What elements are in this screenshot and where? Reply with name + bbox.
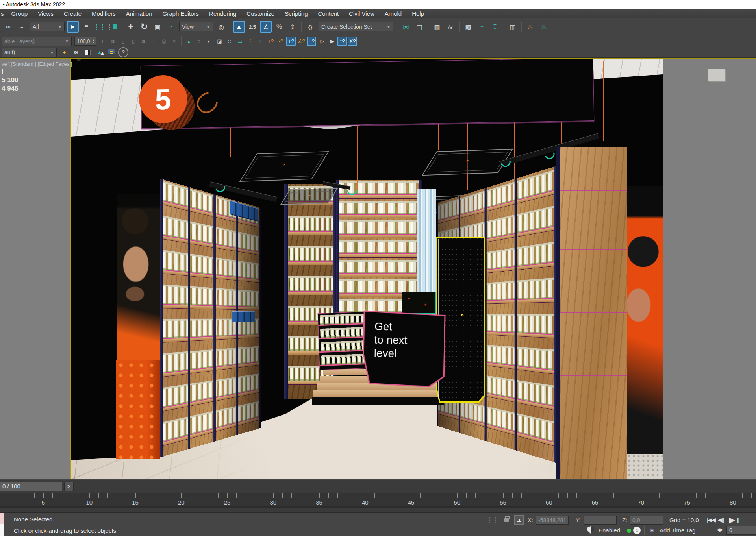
menu-s[interactable]: s [0, 10, 6, 17]
select-and-move-button[interactable]: + [125, 21, 137, 33]
rectangular-selection-region-button[interactable] [94, 21, 106, 33]
play-button[interactable]: ▶ [729, 515, 734, 525]
selection-region-icon[interactable] [489, 517, 496, 523]
layer-explorer-button[interactable]: ≋ [445, 21, 456, 33]
dope-sheet-button[interactable]: ↧ [489, 21, 501, 33]
snaps-toggle-button[interactable]: ▲ [233, 21, 245, 33]
prev-frame-button[interactable]: ◀|| [718, 517, 724, 523]
enabled-status-dot[interactable] [627, 529, 631, 533]
angle-snap-button[interactable]: ∠ [260, 21, 272, 33]
dotted-circle-icon[interactable]: ◌ [194, 37, 204, 46]
select-and-link-icon[interactable]: ∞ [2, 21, 14, 33]
pivot-surface-icon[interactable]: ▴ [184, 37, 193, 46]
render-safe-frame[interactable]: 5 [71, 59, 663, 479]
layers-list-dropdown[interactable]: able Layers)▼ [2, 37, 72, 46]
curve-editor-button[interactable]: ~ [476, 21, 487, 33]
next-frame-button[interactable]: > [64, 482, 74, 491]
enabled-count-badge[interactable]: 1 [633, 527, 641, 534]
select-object-button[interactable]: ► [67, 21, 79, 33]
menu-help[interactable]: Help [407, 10, 429, 17]
percent-snap-button[interactable]: % [273, 21, 285, 33]
reference-coordinate-dropdown[interactable]: View▼ [179, 22, 213, 31]
snaps-25d-button[interactable]: 2.5 [246, 21, 258, 33]
menu-group[interactable]: Group [6, 10, 33, 17]
pick-align-button[interactable]: =? [307, 37, 316, 46]
pick-plus-button[interactable]: +? [286, 37, 296, 46]
layer-select-icon[interactable]: ▯ [128, 37, 138, 46]
use-pivot-point-button[interactable]: ◎ [215, 21, 227, 33]
selection-lock-icon[interactable] [504, 518, 509, 522]
layer-freeze-icon[interactable]: ◎ [159, 37, 169, 46]
y-coordinate-field[interactable] [584, 516, 617, 525]
bind-to-spacewarp-icon[interactable]: ≈ [16, 21, 28, 33]
pick-angle-icon[interactable]: ∠? [296, 37, 306, 46]
mirror-button[interactable]: ⋈ [400, 21, 412, 33]
z-coordinate-field[interactable]: 0,0 [630, 516, 663, 525]
dots-grid-icon[interactable]: ∷ [225, 37, 234, 46]
render-frame-window-button[interactable]: ♨ [538, 21, 550, 33]
render-setup-button[interactable]: ♨ [524, 21, 536, 33]
align-button[interactable]: ▤ [413, 21, 425, 33]
menu-graph-editors[interactable]: Graph Editors [158, 10, 204, 17]
maxscript-mini-listener[interactable] [0, 513, 4, 536]
pick-add-icon[interactable]: +? [266, 37, 275, 46]
help-icon[interactable]: ? [118, 47, 128, 57]
layer-new-icon[interactable]: + [98, 37, 107, 46]
black-arrow-icon[interactable]: ▶ [327, 37, 337, 46]
frame-number-field[interactable]: 0 [726, 526, 756, 535]
menu-civil-view[interactable]: Civil View [344, 10, 380, 17]
key-mode-toggle[interactable]: ◀▶ [717, 527, 722, 532]
viewport[interactable]: ve ] [Standard ] [Edged Faces ] l 5 100 … [0, 58, 756, 479]
menu-content[interactable]: Content [313, 10, 344, 17]
menu-views[interactable]: Views [33, 10, 59, 17]
layer-props-icon[interactable]: × [169, 37, 179, 46]
select-and-scale-button[interactable]: ▣ [152, 21, 163, 33]
exclude-question-button[interactable]: X? [348, 37, 357, 46]
window-crossing-toggle[interactable] [107, 21, 119, 33]
vegetation-icon[interactable]: ▲ [94, 47, 105, 57]
layer-add-icon[interactable]: ≋ [108, 37, 117, 46]
menu-arnold[interactable]: Arnold [380, 10, 407, 17]
menu-rendering[interactable]: Rendering [204, 10, 241, 17]
notes-icon[interactable] [106, 47, 117, 57]
dots-column-icon[interactable]: ⋮ [245, 37, 255, 46]
viewport-shading-label[interactable]: ve ] [Standard ] [Edged Faces ] [2, 61, 72, 67]
two-tone-ball-icon[interactable]: ◐ [204, 37, 214, 46]
menu-customize[interactable]: Customize [241, 10, 280, 17]
layer-hide-icon[interactable]: + [149, 37, 158, 46]
swatch-icon[interactable] [83, 47, 93, 57]
track-bar-ruler[interactable]: 5101520253035404550556065707580 [0, 493, 756, 508]
selection-filter-dropdown[interactable]: All▼ [30, 22, 65, 31]
pick-remove-icon[interactable]: -? [276, 37, 285, 46]
select-and-place-button[interactable]: ◔ [165, 21, 177, 33]
menu-modifiers[interactable]: Modifiers [87, 10, 121, 17]
select-by-name-button[interactable]: ≡ [80, 21, 92, 33]
go-start-button[interactable]: |◀◀ [707, 517, 715, 523]
absolute-mode-button[interactable] [514, 515, 524, 525]
select-and-rotate-button[interactable]: ↻ [138, 21, 150, 33]
spinner-snap-button[interactable]: ⇕ [287, 21, 298, 33]
menu-animation[interactable]: Animation [121, 10, 158, 17]
scene-explorer-button[interactable]: ▦ [431, 21, 443, 33]
white-arrow-icon[interactable]: ▷ [317, 37, 326, 46]
x-coordinate-field[interactable]: -58348,281 [536, 516, 569, 525]
value-spinner[interactable]: 100,0▲▼ [74, 37, 96, 46]
freeze-question-button[interactable]: *? [337, 37, 347, 46]
viewport-filter-icon[interactable] [75, 62, 85, 68]
add-time-tag-button[interactable]: Add Time Tag [660, 527, 695, 534]
named-selection-edit-button[interactable]: {} [304, 21, 316, 33]
named-selection-dropdown[interactable]: Create Selection Set▼ [319, 22, 393, 31]
layer-delete-icon[interactable]: ▯ [118, 37, 128, 46]
measure-icon[interactable]: ▭ [235, 37, 245, 46]
snap-circle-icon[interactable]: ◌ [256, 37, 265, 46]
corner-select-icon[interactable]: ◪ [215, 37, 224, 46]
material-editor-button[interactable]: ▥ [507, 21, 519, 33]
next-frame-button[interactable]: || [737, 517, 739, 523]
preset-dropdown[interactable]: ault)▼ [2, 48, 57, 57]
layer-fan-icon[interactable]: ≋ [71, 47, 81, 57]
layer-current-icon[interactable]: ≋ [139, 37, 148, 46]
add-objects-icon[interactable]: + [59, 47, 69, 57]
current-frame-field[interactable]: 0 / 100 [0, 482, 62, 491]
ribbon-toggle-button[interactable]: ▩ [462, 21, 474, 33]
menu-scripting[interactable]: Scripting [280, 10, 313, 17]
